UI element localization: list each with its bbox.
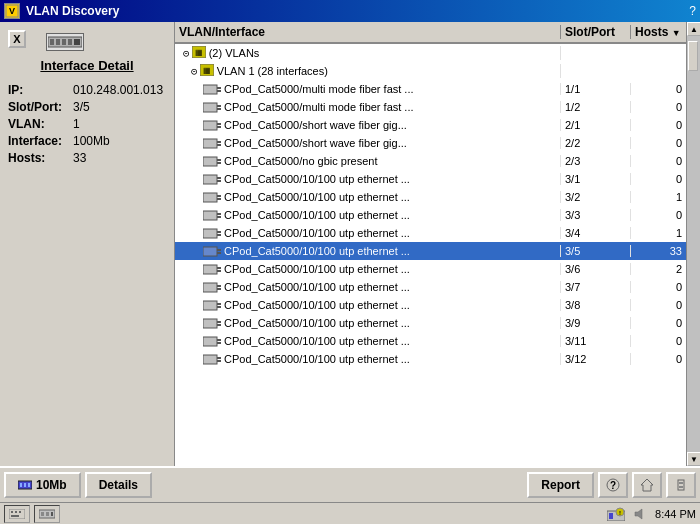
- vlan1-row[interactable]: ⊝ ▦ VLAN 1 (28 interfaces): [175, 62, 686, 80]
- interface-row[interactable]: CPod_Cat5000/10/100 utp ethernet ...3/30: [175, 206, 686, 224]
- speed-label: 10Mb: [36, 478, 67, 492]
- report-label: Report: [541, 478, 580, 492]
- detail-row-interface: Interface: 100Mb: [8, 134, 166, 148]
- interface-hosts: 33: [631, 245, 686, 257]
- toolbar-icon-btn-1[interactable]: ?: [598, 472, 628, 498]
- interface-row[interactable]: CPod_Cat5000/10/100 utp ethernet ...3/12…: [175, 350, 686, 368]
- vlan-label: VLAN:: [8, 117, 73, 131]
- interface-name: CPod_Cat5000/10/100 utp ethernet ...: [224, 263, 410, 275]
- svg-text:!: !: [619, 510, 621, 516]
- port-icon: [203, 174, 221, 185]
- svg-rect-53: [217, 324, 221, 326]
- svg-text:▦: ▦: [195, 48, 203, 57]
- svg-rect-19: [217, 123, 221, 125]
- svg-rect-67: [678, 480, 684, 490]
- collapse-icon[interactable]: ⊝: [183, 47, 190, 60]
- hosts-value: 33: [73, 151, 166, 165]
- interface-hosts: 0: [631, 335, 686, 347]
- scroll-thumb[interactable]: [688, 41, 698, 71]
- tools-icon: [674, 478, 688, 492]
- speed-button[interactable]: 10Mb: [4, 472, 81, 498]
- interface-row[interactable]: CPod_Cat5000/10/100 utp ethernet ...3/21: [175, 188, 686, 206]
- interface-hosts: 0: [631, 209, 686, 221]
- interface-cell: CPod_Cat5000/no gbic present: [175, 155, 561, 167]
- vlan1-cell: ⊝ ▦ VLAN 1 (28 interfaces): [175, 64, 561, 78]
- interface-name: CPod_Cat5000/10/100 utp ethernet ...: [224, 245, 410, 257]
- interface-row[interactable]: CPod_Cat5000/short wave fiber gig...2/10: [175, 116, 686, 134]
- svg-rect-45: [203, 283, 217, 292]
- interface-name: CPod_Cat5000/10/100 utp ethernet ...: [224, 317, 410, 329]
- scroll-down-arrow[interactable]: ▼: [687, 452, 700, 466]
- interface-slot: 3/2: [561, 191, 631, 203]
- interface-row[interactable]: CPod_Cat5000/multi mode fiber fast ...1/…: [175, 98, 686, 116]
- interface-hosts: 0: [631, 173, 686, 185]
- keyboard-indicator: [4, 505, 30, 523]
- interface-name: CPod_Cat5000/10/100 utp ethernet ...: [224, 209, 410, 221]
- svg-rect-50: [217, 306, 221, 308]
- interface-row[interactable]: CPod_Cat5000/no gbic present2/30: [175, 152, 686, 170]
- interface-hosts: 1: [631, 191, 686, 203]
- interface-row[interactable]: CPod_Cat5000/10/100 utp ethernet ...3/10: [175, 170, 686, 188]
- root-label: (2) VLANs: [209, 47, 260, 59]
- interface-row[interactable]: CPod_Cat5000/10/100 utp ethernet ...3/62: [175, 260, 686, 278]
- svg-rect-15: [203, 103, 217, 112]
- port-icon: [203, 300, 221, 311]
- speed-icon: [18, 479, 32, 491]
- svg-rect-4: [56, 39, 60, 45]
- interface-cell: CPod_Cat5000/10/100 utp ethernet ...: [175, 245, 561, 257]
- interface-cell: CPod_Cat5000/short wave fiber gig...: [175, 137, 561, 149]
- port-icon: [203, 84, 221, 95]
- svg-rect-69: [679, 486, 683, 488]
- details-button[interactable]: Details: [85, 472, 152, 498]
- scroll-up-arrow[interactable]: ▲: [687, 22, 700, 36]
- status-right: ! 8:44 PM: [607, 507, 696, 521]
- report-button[interactable]: Report: [527, 472, 594, 498]
- toolbar-icon-btn-2[interactable]: [632, 472, 662, 498]
- scrollbar[interactable]: ▲ ▼: [686, 22, 700, 466]
- keyboard-icon: [9, 509, 25, 519]
- interface-hosts: 0: [631, 137, 686, 149]
- svg-rect-30: [203, 193, 217, 202]
- svg-rect-63: [28, 483, 30, 487]
- help-icon[interactable]: ?: [689, 4, 696, 18]
- svg-rect-78: [51, 512, 53, 516]
- interface-row[interactable]: CPod_Cat5000/10/100 utp ethernet ...3/53…: [175, 242, 686, 260]
- tree-content[interactable]: ⊝ ▦ (2) VLANs ⊝: [175, 44, 686, 466]
- interface-row[interactable]: CPod_Cat5000/10/100 utp ethernet ...3/90: [175, 314, 686, 332]
- port-icon: [203, 228, 221, 239]
- right-panel: VLAN/Interface Slot/Port Hosts ▼ ⊝: [175, 22, 686, 466]
- interface-hosts: 0: [631, 101, 686, 113]
- title-bar: V VLAN Discovery ?: [0, 0, 700, 22]
- time-display: 8:44 PM: [655, 508, 696, 520]
- svg-rect-18: [203, 121, 217, 130]
- interface-slot: 1/2: [561, 101, 631, 113]
- section-title: Interface Detail: [8, 58, 166, 73]
- status-bar: ! 8:44 PM: [0, 502, 700, 524]
- interface-row[interactable]: CPod_Cat5000/10/100 utp ethernet ...3/41: [175, 224, 686, 242]
- svg-rect-52: [217, 321, 221, 323]
- interface-slot: 3/8: [561, 299, 631, 311]
- svg-rect-42: [203, 265, 217, 274]
- interface-hosts: 0: [631, 119, 686, 131]
- device-status-indicator: [34, 505, 60, 523]
- interface-row[interactable]: CPod_Cat5000/short wave fiber gig...2/20: [175, 134, 686, 152]
- interface-row[interactable]: CPod_Cat5000/10/100 utp ethernet ...3/11…: [175, 332, 686, 350]
- svg-rect-74: [11, 515, 19, 517]
- interface-row[interactable]: CPod_Cat5000/10/100 utp ethernet ...3/80: [175, 296, 686, 314]
- close-button[interactable]: X: [8, 30, 26, 48]
- tree-root-row[interactable]: ⊝ ▦ (2) VLANs: [175, 44, 686, 62]
- scroll-track[interactable]: [687, 36, 700, 452]
- port-icon: [203, 318, 221, 329]
- svg-rect-31: [217, 195, 221, 197]
- vlan1-collapse-icon[interactable]: ⊝: [191, 65, 198, 78]
- toolbar-icon-btn-3[interactable]: [666, 472, 696, 498]
- svg-rect-43: [217, 267, 221, 269]
- svg-rect-32: [217, 198, 221, 200]
- svg-rect-59: [217, 360, 221, 362]
- interface-cell: CPod_Cat5000/10/100 utp ethernet ...: [175, 191, 561, 203]
- svg-rect-46: [217, 285, 221, 287]
- interface-row[interactable]: CPod_Cat5000/multi mode fiber fast ...1/…: [175, 80, 686, 98]
- vlan1-icon: ▦: [200, 64, 214, 78]
- interface-hosts: 0: [631, 155, 686, 167]
- interface-row[interactable]: CPod_Cat5000/10/100 utp ethernet ...3/70: [175, 278, 686, 296]
